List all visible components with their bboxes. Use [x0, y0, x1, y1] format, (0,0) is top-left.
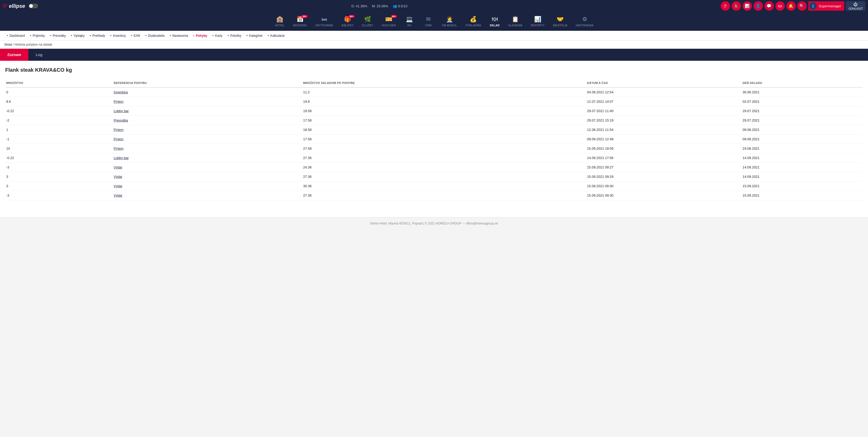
nav-crm[interactable]: ✉ CRM [419, 14, 438, 29]
subnav-kategorie[interactable]: Kategórie [244, 32, 265, 40]
footer-email: office@horecagroup.sk [466, 222, 498, 225]
cell-mnozstvo-po: 18.58 [302, 125, 586, 134]
subnav-dodavatelia[interactable]: Dodávatelia [143, 32, 167, 40]
nav-reporty[interactable]: 📊 REPORTY [527, 14, 549, 29]
referencia-link[interactable]: Príjem [114, 137, 124, 141]
subnav-kalkulacie[interactable]: Kalkulácie [265, 32, 287, 40]
cell-mnozstvo-po: 11.2 [302, 87, 586, 97]
cell-referencia: Príjem [113, 97, 302, 106]
subnav-karty[interactable]: Karty [210, 32, 225, 40]
pokladna-icon: 💰 [470, 16, 477, 23]
table-row: -3 Výdaj 27.36 15.09.2021 09:30 15.09.20… [5, 191, 863, 200]
logout-label: ODHLÁSIŤ [848, 7, 863, 10]
hlasenia-icon: 📋 [512, 16, 519, 23]
majitelia-icon: 🤝 [557, 16, 564, 23]
nav-nastavenia[interactable]: ⚙ NASTAVENIA [572, 14, 598, 29]
nav-balicky[interactable]: 99+ 🎁 BALÍČKY [338, 14, 358, 29]
cell-den: 02.07.2021 [742, 97, 863, 106]
reporty-icon: 📊 [534, 16, 541, 23]
theme-toggle[interactable] [29, 4, 38, 8]
cell-datum: 15.09.2021 09:30 [586, 191, 742, 200]
table-row: 1 Príjem 18.58 12.08.2021 11:54 09.08.20… [5, 125, 863, 134]
page-title: Flank steak KRAVA&CO kg [5, 67, 863, 73]
notification-icon-7[interactable]: 🔔 [786, 1, 796, 11]
referencia-link[interactable]: Prevodka [114, 118, 128, 122]
subnav-vydajky[interactable]: Výdajky [68, 32, 87, 40]
username: Supermanager [819, 4, 841, 8]
cell-datum: 14.09.2021 17:56 [586, 153, 742, 163]
referencia-link[interactable]: Príjem [114, 100, 124, 103]
cell-mnozstvo-po: 27.36 [302, 153, 586, 163]
cell-mnozstvo: 0 [5, 87, 113, 97]
nastavenia-icon: ⚙ [582, 16, 587, 23]
subnav-prevodky[interactable]: Prevodky [48, 32, 68, 40]
nav-booking[interactable]: 99+ 📅 BOOKING [289, 14, 311, 29]
cell-datum: 29.07.2021 11:40 [586, 106, 742, 116]
referencia-link[interactable]: Lobby bar [114, 156, 129, 160]
user-menu[interactable]: 👤 Supermanager [808, 1, 844, 11]
tab-zoznam[interactable]: Zoznam [0, 49, 28, 61]
cell-mnozstvo-po: 19.58 [302, 106, 586, 116]
footer-separator: ··· [462, 222, 466, 225]
notification-icon-6[interactable]: 🍽 [775, 1, 785, 11]
nav-sluzby[interactable]: 🌿 SLUŽBY [358, 14, 377, 29]
nav-obmodul[interactable]: 🧑‍💼 OB MODUL [438, 14, 461, 29]
top-bar: ⟳ ellipse D: 41.38% M: 25.09% 👥 9.5/10 ⏱… [0, 0, 868, 12]
col-referencia: REFERENCIA POHYBU [113, 79, 302, 87]
cell-referencia: Lobby bar [113, 153, 302, 163]
referencia-link[interactable]: Výdaj [114, 184, 122, 188]
referencia-link[interactable]: Príjem [114, 147, 124, 151]
nav-voucher[interactable]: 99+ 🎫 VOUCHER [377, 14, 400, 29]
notification-icon-1[interactable]: ⏱ [721, 1, 730, 11]
top-bar-left: ⟳ ellipse [3, 3, 38, 9]
footer: Demo Hotel, Hlavná 4078/11, Poprad | © 2… [0, 217, 868, 229]
subnav-polozky[interactable]: Položky [225, 32, 244, 40]
cell-den: 15.09.2021 [742, 191, 863, 200]
subnav-pohyby[interactable]: Pohyby [191, 32, 210, 40]
referencia-link[interactable]: Inventúra [114, 90, 128, 94]
cell-referencia: Príjem [113, 125, 302, 134]
subnav-nastavenia[interactable]: Nastavenia [167, 32, 191, 40]
cell-den: 29.07.2021 [742, 106, 863, 116]
subnav-inventury[interactable]: Inventúry [108, 32, 129, 40]
cell-mnozstvo-po: 27.36 [302, 191, 586, 200]
obmodul-icon: 🧑‍💼 [446, 16, 453, 23]
nav-rs[interactable]: 💻 RS [400, 14, 419, 29]
subnav-dashboard[interactable]: Dashboard [4, 32, 27, 40]
cell-mnozstvo-po: 24.36 [302, 163, 586, 172]
referencia-link[interactable]: Lobby bar [114, 109, 129, 113]
main-nav: 🏨 HOTEL 99+ 📅 BOOKING 🛏 UBYTOVANIE 99+ 🎁… [0, 12, 868, 31]
breadcrumb-current: História pohybov na sklade [14, 43, 52, 46]
nav-hlasenia[interactable]: 📋 HLÁSENIA [504, 14, 527, 29]
logout-button[interactable]: ⏻ ODHLÁSIŤ [846, 1, 865, 11]
cell-den: 15.09.2021 [742, 182, 863, 191]
subnav-prehlady[interactable]: Prehľady [87, 32, 107, 40]
subnav-ean[interactable]: EAN [128, 32, 143, 40]
subnav-prijemky[interactable]: Príjemky [27, 32, 48, 40]
notification-icon-2[interactable]: 🚴 [732, 1, 741, 11]
cell-den: 09.08.2021 [742, 134, 863, 144]
nav-majitelia[interactable]: 🤝 MAJITELIA [549, 14, 572, 29]
notification-icon-5[interactable]: 💬 [765, 1, 774, 11]
cell-referencia: Prevodka [113, 116, 302, 125]
referencia-link[interactable]: Výdaj [114, 175, 122, 179]
cell-mnozstvo-po: 27.58 [302, 144, 586, 153]
logo-text: ellipse [9, 3, 25, 9]
notification-icon-4[interactable]: 👤 [753, 1, 763, 11]
tab-log[interactable]: Log [28, 49, 50, 61]
nav-pokladna[interactable]: 💰 POKLADŇA [461, 14, 485, 29]
referencia-link[interactable]: Výdaj [114, 165, 122, 169]
top-bar-stats: D: 41.38% M: 25.09% 👥 9.5/10 [351, 4, 407, 8]
nav-hotel[interactable]: 🏨 HOTEL [270, 14, 289, 29]
referencia-link[interactable]: Príjem [114, 128, 124, 132]
notification-icon-3[interactable]: 📊 [743, 1, 752, 11]
referencia-link[interactable]: Výdaj [114, 193, 122, 197]
table-row: 0 Inventúra 11.2 04.08.2021 12:54 30.06.… [5, 87, 863, 97]
cell-mnozstvo-po: 30.36 [302, 182, 586, 191]
nav-sklad[interactable]: 🍽 SKLAD [485, 14, 504, 29]
nav-ubytovanie[interactable]: 🛏 UBYTOVANIE [311, 14, 338, 29]
table-header-row: MNOŽSTVO REFERENCIA POHYBU MNOŽSTVO SKLA… [5, 79, 863, 87]
search-icon[interactable]: 🔍 [797, 1, 807, 11]
cell-referencia: Výdaj [113, 172, 302, 182]
breadcrumb-sklad[interactable]: Sklad [4, 43, 12, 46]
